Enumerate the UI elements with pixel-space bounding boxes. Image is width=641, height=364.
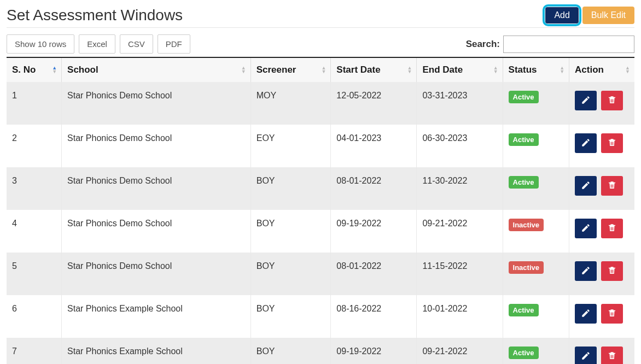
table-row: 7Star Phonics Example SchoolBOY09-19-202… xyxy=(7,338,634,364)
delete-button[interactable] xyxy=(601,261,623,281)
status-badge: Active xyxy=(509,91,539,103)
table-row: 5Star Phonics Demo SchoolBOY08-01-202211… xyxy=(7,253,634,295)
column-header-start-date[interactable]: Start Date ▲▼ xyxy=(331,57,417,82)
cell-screener: BOY xyxy=(250,167,331,210)
column-header-status-label: Status xyxy=(509,64,537,75)
cell-status: Active xyxy=(503,338,569,364)
cell-start-date: 08-16-2022 xyxy=(331,295,417,338)
table-row: 4Star Phonics Demo SchoolBOY09-19-202209… xyxy=(7,210,634,253)
cell-start-date: 09-19-2022 xyxy=(331,210,417,253)
column-header-sno-label: S. No xyxy=(12,64,36,75)
delete-button[interactable] xyxy=(601,304,623,324)
edit-button[interactable] xyxy=(575,304,597,324)
column-header-status[interactable]: Status ▲▼ xyxy=(503,57,569,82)
status-badge: Active xyxy=(509,176,539,189)
cell-end-date: 09-21-2022 xyxy=(417,210,503,253)
delete-button[interactable] xyxy=(601,91,623,110)
column-header-sno[interactable]: S. No ▲▼ xyxy=(7,57,62,82)
status-badge: Inactive xyxy=(509,261,544,274)
add-button-highlight: Add xyxy=(545,7,579,24)
cell-end-date: 06-30-2023 xyxy=(417,125,503,167)
export-pdf-button[interactable]: PDF xyxy=(158,34,190,54)
trash-icon xyxy=(607,351,617,362)
cell-action xyxy=(569,295,634,338)
status-badge: Active xyxy=(509,347,539,359)
cell-end-date: 10-01-2022 xyxy=(417,295,503,338)
cell-start-date: 08-01-2022 xyxy=(331,253,417,295)
cell-start-date: 04-01-2023 xyxy=(331,125,417,167)
search-label: Search: xyxy=(466,39,500,50)
edit-icon xyxy=(581,266,591,277)
table-row: 1Star Phonics Demo SchoolMOY12-05-202203… xyxy=(7,82,634,125)
cell-status: Active xyxy=(503,82,569,125)
cell-status: Active xyxy=(503,295,569,338)
trash-icon xyxy=(607,95,617,107)
edit-icon xyxy=(581,180,591,192)
bulk-edit-button[interactable]: Bulk Edit xyxy=(582,7,634,24)
column-header-screener[interactable]: Screener ▲▼ xyxy=(250,57,331,82)
column-header-end-date[interactable]: End Date ▲▼ xyxy=(417,57,503,82)
cell-action xyxy=(569,82,634,125)
cell-status: Active xyxy=(503,167,569,210)
column-header-screener-label: Screener xyxy=(257,64,296,75)
status-badge: Active xyxy=(509,133,539,146)
cell-school: Star Phonics Demo School xyxy=(62,253,251,295)
trash-icon xyxy=(607,180,617,192)
sort-icon: ▲▼ xyxy=(241,66,246,74)
edit-icon xyxy=(581,223,591,234)
cell-school: Star Phonics Demo School xyxy=(62,125,251,167)
edit-button[interactable] xyxy=(575,91,597,110)
cell-start-date: 08-01-2022 xyxy=(331,167,417,210)
edit-button[interactable] xyxy=(575,261,597,281)
edit-icon xyxy=(581,308,591,320)
cell-screener: BOY xyxy=(250,295,331,338)
search-input[interactable] xyxy=(503,36,634,53)
edit-button[interactable] xyxy=(575,219,597,238)
edit-button[interactable] xyxy=(575,133,597,153)
delete-button[interactable] xyxy=(601,133,623,153)
sort-icon: ▲▼ xyxy=(493,66,498,74)
edit-button[interactable] xyxy=(575,176,597,196)
delete-button[interactable] xyxy=(601,347,623,364)
status-badge: Inactive xyxy=(509,219,544,231)
table-row: 6Star Phonics Example SchoolBOY08-16-202… xyxy=(7,295,634,338)
cell-screener: BOY xyxy=(250,210,331,253)
column-header-end-date-label: End Date xyxy=(422,64,463,75)
export-excel-button[interactable]: Excel xyxy=(79,34,115,54)
edit-button[interactable] xyxy=(575,347,597,364)
cell-sno: 6 xyxy=(7,295,62,338)
edit-icon xyxy=(581,351,591,362)
cell-start-date: 12-05-2022 xyxy=(331,82,417,125)
add-button[interactable]: Add xyxy=(545,7,578,24)
status-badge: Active xyxy=(509,304,539,316)
edit-icon xyxy=(581,138,591,149)
cell-screener: MOY xyxy=(250,82,331,125)
column-header-action-label: Action xyxy=(575,64,604,75)
table-row: 3Star Phonics Demo SchoolBOY08-01-202211… xyxy=(7,167,634,210)
cell-school: Star Phonics Example School xyxy=(62,338,251,364)
delete-button[interactable] xyxy=(601,176,623,196)
cell-status: Active xyxy=(503,125,569,167)
sort-icon: ▲▼ xyxy=(321,66,326,74)
column-header-school[interactable]: School ▲▼ xyxy=(62,57,251,82)
cell-start-date: 09-19-2022 xyxy=(331,338,417,364)
cell-action xyxy=(569,338,634,364)
cell-action xyxy=(569,167,634,210)
trash-icon xyxy=(607,223,617,234)
sort-icon: ▲▼ xyxy=(407,66,412,74)
cell-action xyxy=(569,125,634,167)
cell-school: Star Phonics Demo School xyxy=(62,210,251,253)
table-row: 2Star Phonics Demo SchoolEOY04-01-202306… xyxy=(7,125,634,167)
cell-end-date: 09-21-2022 xyxy=(417,338,503,364)
export-csv-button[interactable]: CSV xyxy=(120,34,153,54)
cell-sno: 7 xyxy=(7,338,62,364)
trash-icon xyxy=(607,308,617,320)
cell-school: Star Phonics Demo School xyxy=(62,82,251,125)
show-rows-button[interactable]: Show 10 rows xyxy=(7,34,74,54)
delete-button[interactable] xyxy=(601,219,623,238)
cell-school: Star Phonics Demo School xyxy=(62,167,251,210)
cell-screener: BOY xyxy=(250,253,331,295)
assessment-windows-table: S. No ▲▼ School ▲▼ Screener ▲▼ Start Dat… xyxy=(7,57,634,364)
cell-status: Inactive xyxy=(503,210,569,253)
column-header-action[interactable]: Action ▲▼ xyxy=(569,57,634,82)
